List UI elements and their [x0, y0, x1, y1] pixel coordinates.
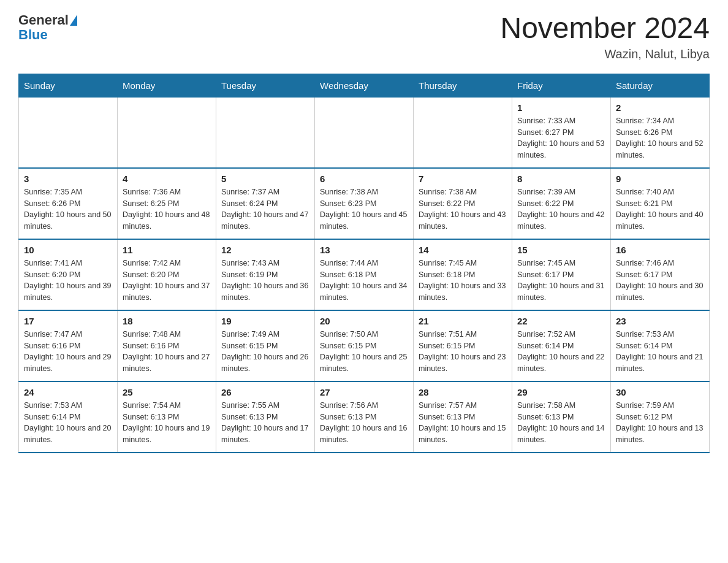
- week-row-1: 1Sunrise: 7:33 AMSunset: 6:27 PMDaylight…: [19, 97, 710, 168]
- day-number: 8: [517, 174, 605, 184]
- day-number: 4: [123, 174, 211, 184]
- day-number: 29: [517, 387, 605, 397]
- day-info: Sunrise: 7:38 AMSunset: 6:23 PMDaylight:…: [320, 186, 408, 232]
- day-info: Sunrise: 7:38 AMSunset: 6:22 PMDaylight:…: [419, 186, 507, 232]
- weekday-header-wednesday: Wednesday: [315, 74, 414, 97]
- day-info: Sunrise: 7:55 AMSunset: 6:13 PMDaylight:…: [221, 400, 309, 446]
- calendar-cell: 22Sunrise: 7:52 AMSunset: 6:14 PMDayligh…: [512, 310, 611, 381]
- calendar-cell: 3Sunrise: 7:35 AMSunset: 6:26 PMDaylight…: [19, 168, 118, 239]
- location-subtitle: Wazin, Nalut, Libya: [500, 47, 710, 61]
- day-info: Sunrise: 7:39 AMSunset: 6:22 PMDaylight:…: [517, 186, 605, 232]
- day-number: 18: [123, 316, 211, 326]
- weekday-header-tuesday: Tuesday: [216, 74, 315, 97]
- title-area: November 2024 Wazin, Nalut, Libya: [500, 12, 710, 61]
- week-row-4: 17Sunrise: 7:47 AMSunset: 6:16 PMDayligh…: [19, 310, 710, 381]
- logo-triangle-icon: [70, 15, 77, 26]
- day-number: 23: [616, 316, 704, 326]
- calendar-cell: [315, 97, 414, 168]
- day-info: Sunrise: 7:45 AMSunset: 6:18 PMDaylight:…: [419, 258, 507, 304]
- day-info: Sunrise: 7:53 AMSunset: 6:14 PMDaylight:…: [616, 329, 704, 375]
- month-title: November 2024: [500, 12, 710, 45]
- day-number: 28: [419, 387, 507, 397]
- weekday-header-sunday: Sunday: [19, 74, 118, 97]
- calendar-cell: 14Sunrise: 7:45 AMSunset: 6:18 PMDayligh…: [414, 239, 512, 310]
- day-number: 27: [320, 387, 408, 397]
- calendar-cell: [19, 97, 118, 168]
- day-info: Sunrise: 7:46 AMSunset: 6:17 PMDaylight:…: [616, 258, 704, 304]
- day-info: Sunrise: 7:57 AMSunset: 6:13 PMDaylight:…: [419, 400, 507, 446]
- calendar-cell: 1Sunrise: 7:33 AMSunset: 6:27 PMDaylight…: [512, 97, 611, 168]
- day-info: Sunrise: 7:36 AMSunset: 6:25 PMDaylight:…: [123, 186, 211, 232]
- day-number: 25: [123, 387, 211, 397]
- day-info: Sunrise: 7:43 AMSunset: 6:19 PMDaylight:…: [221, 258, 309, 304]
- logo-blue-text: Blue: [18, 27, 77, 43]
- week-row-3: 10Sunrise: 7:41 AMSunset: 6:20 PMDayligh…: [19, 239, 710, 310]
- day-number: 13: [320, 245, 408, 255]
- day-number: 15: [517, 245, 605, 255]
- weekday-header-saturday: Saturday: [611, 74, 710, 97]
- day-number: 14: [419, 245, 507, 255]
- calendar-cell: 20Sunrise: 7:50 AMSunset: 6:15 PMDayligh…: [315, 310, 414, 381]
- day-info: Sunrise: 7:48 AMSunset: 6:16 PMDaylight:…: [123, 329, 211, 375]
- day-info: Sunrise: 7:56 AMSunset: 6:13 PMDaylight:…: [320, 400, 408, 446]
- day-number: 6: [320, 174, 408, 184]
- calendar-cell: 13Sunrise: 7:44 AMSunset: 6:18 PMDayligh…: [315, 239, 414, 310]
- day-info: Sunrise: 7:54 AMSunset: 6:13 PMDaylight:…: [123, 400, 211, 446]
- header: General Blue November 2024 Wazin, Nalut,…: [18, 12, 710, 61]
- calendar-cell: 18Sunrise: 7:48 AMSunset: 6:16 PMDayligh…: [118, 310, 216, 381]
- calendar-cell: 6Sunrise: 7:38 AMSunset: 6:23 PMDaylight…: [315, 168, 414, 239]
- calendar-cell: 11Sunrise: 7:42 AMSunset: 6:20 PMDayligh…: [118, 239, 216, 310]
- day-number: 20: [320, 316, 408, 326]
- weekday-header-row: SundayMondayTuesdayWednesdayThursdayFrid…: [19, 74, 710, 97]
- calendar-cell: 16Sunrise: 7:46 AMSunset: 6:17 PMDayligh…: [611, 239, 710, 310]
- day-info: Sunrise: 7:41 AMSunset: 6:20 PMDaylight:…: [24, 258, 112, 304]
- day-info: Sunrise: 7:45 AMSunset: 6:17 PMDaylight:…: [517, 258, 605, 304]
- day-number: 30: [616, 387, 704, 397]
- day-number: 26: [221, 387, 309, 397]
- day-number: 22: [517, 316, 605, 326]
- calendar-cell: 8Sunrise: 7:39 AMSunset: 6:22 PMDaylight…: [512, 168, 611, 239]
- day-number: 5: [221, 174, 309, 184]
- day-info: Sunrise: 7:47 AMSunset: 6:16 PMDaylight:…: [24, 329, 112, 375]
- calendar-cell: 2Sunrise: 7:34 AMSunset: 6:26 PMDaylight…: [611, 97, 710, 168]
- weekday-header-friday: Friday: [512, 74, 611, 97]
- week-row-5: 24Sunrise: 7:53 AMSunset: 6:14 PMDayligh…: [19, 381, 710, 453]
- day-info: Sunrise: 7:34 AMSunset: 6:26 PMDaylight:…: [616, 115, 704, 161]
- calendar-cell: 12Sunrise: 7:43 AMSunset: 6:19 PMDayligh…: [216, 239, 315, 310]
- calendar-cell: 28Sunrise: 7:57 AMSunset: 6:13 PMDayligh…: [414, 381, 512, 453]
- day-number: 19: [221, 316, 309, 326]
- day-info: Sunrise: 7:52 AMSunset: 6:14 PMDaylight:…: [517, 329, 605, 375]
- calendar-cell: 25Sunrise: 7:54 AMSunset: 6:13 PMDayligh…: [118, 381, 216, 453]
- calendar-table: SundayMondayTuesdayWednesdayThursdayFrid…: [18, 74, 710, 453]
- day-info: Sunrise: 7:37 AMSunset: 6:24 PMDaylight:…: [221, 186, 309, 232]
- day-info: Sunrise: 7:53 AMSunset: 6:14 PMDaylight:…: [24, 400, 112, 446]
- day-number: 16: [616, 245, 704, 255]
- calendar-cell: 24Sunrise: 7:53 AMSunset: 6:14 PMDayligh…: [19, 381, 118, 453]
- calendar-cell: 23Sunrise: 7:53 AMSunset: 6:14 PMDayligh…: [611, 310, 710, 381]
- day-info: Sunrise: 7:40 AMSunset: 6:21 PMDaylight:…: [616, 186, 704, 232]
- calendar-cell: 30Sunrise: 7:59 AMSunset: 6:12 PMDayligh…: [611, 381, 710, 453]
- day-info: Sunrise: 7:49 AMSunset: 6:15 PMDaylight:…: [221, 329, 309, 375]
- calendar-cell: 9Sunrise: 7:40 AMSunset: 6:21 PMDaylight…: [611, 168, 710, 239]
- calendar-cell: 15Sunrise: 7:45 AMSunset: 6:17 PMDayligh…: [512, 239, 611, 310]
- weekday-header-thursday: Thursday: [414, 74, 512, 97]
- day-info: Sunrise: 7:42 AMSunset: 6:20 PMDaylight:…: [123, 258, 211, 304]
- day-number: 9: [616, 174, 704, 184]
- day-number: 2: [616, 102, 704, 113]
- calendar-cell: 10Sunrise: 7:41 AMSunset: 6:20 PMDayligh…: [19, 239, 118, 310]
- day-number: 1: [517, 102, 605, 113]
- calendar-cell: [414, 97, 512, 168]
- day-info: Sunrise: 7:59 AMSunset: 6:12 PMDaylight:…: [616, 400, 704, 446]
- day-info: Sunrise: 7:50 AMSunset: 6:15 PMDaylight:…: [320, 329, 408, 375]
- day-number: 17: [24, 316, 112, 326]
- weekday-header-monday: Monday: [118, 74, 216, 97]
- day-number: 11: [123, 245, 211, 255]
- day-number: 12: [221, 245, 309, 255]
- calendar-cell: 5Sunrise: 7:37 AMSunset: 6:24 PMDaylight…: [216, 168, 315, 239]
- day-number: 3: [24, 174, 112, 184]
- calendar-cell: [216, 97, 315, 168]
- calendar-cell: 19Sunrise: 7:49 AMSunset: 6:15 PMDayligh…: [216, 310, 315, 381]
- day-number: 24: [24, 387, 112, 397]
- day-number: 10: [24, 245, 112, 255]
- day-number: 7: [419, 174, 507, 184]
